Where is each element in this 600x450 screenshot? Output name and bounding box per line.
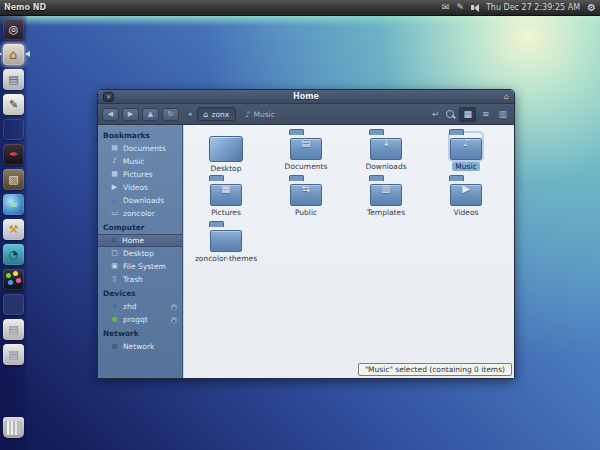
trash-icon: ▯ (110, 276, 119, 283)
breadcrumb-home[interactable]: ⌂ zonx (197, 107, 237, 121)
dock-web-app-button[interactable]: ≈ (3, 194, 24, 215)
file-label: Music (452, 162, 479, 171)
desktop-icon: ▢ (110, 250, 119, 257)
dock-drive-1-button[interactable]: ▤ (3, 319, 24, 340)
sidebar-header-bookmarks: Bookmarks (98, 128, 182, 142)
sidebar-item-music[interactable]: ♪ Music (98, 155, 182, 168)
sidebar-item-zhd[interactable]: ▪ zhd ▴ (98, 300, 182, 313)
dock-ubuntu-button[interactable]: ◎ (3, 19, 24, 40)
videos-icon: ▶ (110, 184, 119, 191)
music-note-icon: ♪ (110, 158, 119, 165)
window-title: Home (98, 92, 514, 101)
dock-screenshot-button[interactable]: ◔ (3, 244, 24, 265)
breadcrumb-music[interactable]: ♪ Music (239, 107, 280, 121)
dock-firefox-button[interactable] (3, 119, 24, 140)
web-app-icon: ≈ (3, 194, 24, 215)
search-icon[interactable] (445, 109, 456, 120)
home-icon: ⌂ (204, 110, 209, 119)
sidebar-item-trash[interactable]: ▯ Trash (98, 273, 182, 286)
documents-icon: ▤ (110, 145, 119, 152)
toggle-location-entry-button[interactable]: ↵ (429, 108, 443, 121)
trash-icon (3, 417, 24, 438)
file-desktop[interactable]: Desktop (186, 131, 266, 177)
eject-icon[interactable]: ▴ (170, 303, 178, 311)
file-music[interactable]: ♪ Music (426, 131, 506, 177)
file-videos[interactable]: ▶ Videos (426, 177, 506, 223)
sidebar-item-label: zoncolor (123, 209, 155, 218)
sidebar-item-zoncolor[interactable]: ▭ zoncolor (98, 207, 182, 220)
breadcrumb-scroll-left-icon[interactable]: ◂ (188, 110, 192, 118)
file-label: Public (292, 208, 320, 217)
sidebar-item-home[interactable]: ⌂ Home (98, 234, 182, 247)
nemo-window: ✕ Home ⌂ ◀ ▶ ▲ ↻ ◂ ⌂ zonx ♪ Music ↵ ▦ ≡ … (97, 89, 515, 379)
dock-colors-app-button[interactable] (3, 269, 24, 290)
eject-icon[interactable]: ▴ (170, 316, 178, 324)
drive-icon: ▤ (3, 344, 24, 365)
list-view-button[interactable]: ≡ (479, 108, 493, 121)
focused-indicator-icon (22, 51, 30, 57)
home-folder-icon: ⌂ (3, 44, 24, 65)
back-button[interactable]: ◀ (102, 108, 119, 121)
breadcrumb-label: Music (253, 110, 274, 119)
forward-button[interactable]: ▶ (122, 108, 139, 121)
downloads-icon: ↓ (110, 197, 119, 204)
file-downloads[interactable]: ↓ Downloads (346, 131, 426, 177)
sidebar-item-documents[interactable]: ▤ Documents (98, 142, 182, 155)
status-bar: "Music" selected (containing 0 items) (358, 363, 512, 376)
dock-art-app-button[interactable]: ✒ (3, 144, 24, 165)
refresh-button[interactable]: ↻ (162, 108, 179, 121)
file-templates[interactable]: ▥ Templates (346, 177, 426, 223)
file-system-icon: ▣ (110, 263, 119, 270)
sidebar-item-label: Music (123, 157, 144, 166)
sidebar-item-file-system[interactable]: ▣ File System (98, 260, 182, 273)
session-gear-icon[interactable]: ⚙ (587, 2, 596, 13)
sidebar-item-desktop[interactable]: ▢ Desktop (98, 247, 182, 260)
tools-icon: ⚒ (3, 219, 24, 240)
sidebar-item-label: progqt (123, 315, 148, 324)
compact-view-button[interactable]: ▥ (495, 108, 510, 121)
volume-icon[interactable] (471, 4, 479, 12)
sidebar-item-pictures[interactable]: ▦ Pictures (98, 168, 182, 181)
dock-photo-app-button[interactable]: ▧ (3, 169, 24, 190)
device-icon: ▪ (110, 303, 119, 310)
top-panel: Nemo ND ✉ ✎ Thu Dec 27 2:39:25 AM ⚙ (0, 0, 600, 16)
sidebar-item-network[interactable]: ◍ Network (98, 340, 182, 353)
titlebar[interactable]: ✕ Home ⌂ (98, 90, 514, 104)
file-label: Documents (282, 162, 331, 171)
sidebar-item-label: File System (123, 262, 166, 271)
pictures-icon: ▦ (110, 171, 119, 178)
art-app-icon: ✒ (3, 144, 24, 165)
dock-trash-button[interactable] (3, 417, 24, 438)
dock-drive-2-button[interactable]: ▤ (3, 344, 24, 365)
file-public[interactable]: ⇆ Public (266, 177, 346, 223)
icon-view-button[interactable]: ▦ (459, 107, 476, 122)
videos-folder-icon: ▶ (450, 184, 482, 206)
up-button[interactable]: ▲ (142, 108, 159, 121)
file-documents[interactable]: ▤ Documents (266, 131, 346, 177)
panel-app-title: Nemo ND (4, 3, 46, 12)
sidebar-item-progqt[interactable]: ● progqt ▴ (98, 313, 182, 326)
mail-icon[interactable]: ✉ (442, 3, 450, 12)
dock-system-tools-button[interactable]: ⚒ (3, 219, 24, 240)
sidebar-item-label: Trash (123, 275, 143, 284)
downloads-folder-icon: ↓ (370, 138, 402, 160)
sidebar-item-label: Home (122, 236, 144, 245)
workspace-switcher-icon (3, 294, 24, 315)
templates-folder-icon: ▥ (370, 184, 402, 206)
running-indicator-icon (0, 51, 5, 57)
maximize-button[interactable]: ⌂ (504, 93, 509, 101)
input-method-icon[interactable]: ✎ (456, 3, 464, 12)
photo-app-icon: ▧ (3, 169, 24, 190)
sidebar-item-videos[interactable]: ▶ Videos (98, 181, 182, 194)
dock-text-editor-button[interactable]: ▤ (3, 69, 24, 90)
sidebar-item-downloads[interactable]: ↓ Downloads (98, 194, 182, 207)
file-zoncolor-themes[interactable]: zoncolor-themes (186, 223, 266, 269)
file-view[interactable]: Desktop ▤ Documents ↓ Downloads ♪ Music (183, 125, 514, 378)
dock-notes-button[interactable]: ✎ (3, 94, 24, 115)
toolbar: ◀ ▶ ▲ ↻ ◂ ⌂ zonx ♪ Music ↵ ▦ ≡ ▥ (98, 104, 514, 125)
device-icon: ● (110, 316, 119, 323)
dock-files-home-button[interactable]: ⌂ (3, 44, 24, 65)
clock[interactable]: Thu Dec 27 2:39:25 AM (486, 3, 580, 12)
file-pictures[interactable]: ▦ Pictures (186, 177, 266, 223)
dock-workspace-switcher-button[interactable] (3, 294, 24, 315)
